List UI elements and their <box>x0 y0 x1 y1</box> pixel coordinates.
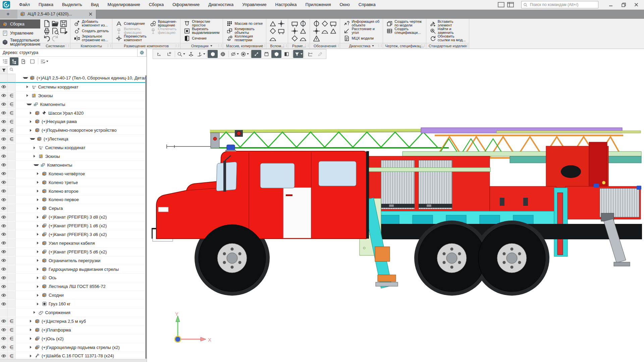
expand-icon[interactable] <box>34 146 37 149</box>
collapse-icon[interactable] <box>34 164 39 166</box>
tree-row[interactable]: ∈ Компоненты <box>0 100 147 109</box>
group-grip-icon[interactable]: ⋮⋮ <box>334 44 339 47</box>
expand-icon[interactable] <box>30 328 33 331</box>
visibility-eye-icon[interactable] <box>0 265 8 274</box>
viewport-wireframe-display-button[interactable] <box>218 50 228 58</box>
visibility-eye-icon[interactable] <box>0 83 8 92</box>
ribbon-button-open[interactable] <box>51 20 59 27</box>
expand-icon[interactable] <box>37 268 40 270</box>
viewport-shaded-display-button[interactable] <box>208 50 218 58</box>
ribbon-button-g1[interactable] <box>269 20 277 27</box>
group-grip-icon[interactable]: ⋮⋮ <box>420 44 426 47</box>
visibility-eye-icon[interactable] <box>0 248 8 256</box>
viewport-dimensions-display-button[interactable] <box>305 50 315 58</box>
expand-icon[interactable] <box>37 172 40 175</box>
group-grip-icon[interactable]: ⋮⋮ <box>174 44 180 47</box>
expand-icon[interactable] <box>30 129 33 132</box>
menu-Управление[interactable]: Управление <box>238 0 271 9</box>
ribbon-group-label[interactable]: Массив, копирование⋮⋮ <box>223 43 266 49</box>
tree-row[interactable]: ∈ (+)Несущая рама <box>0 117 147 126</box>
ribbon-button-preview[interactable] <box>51 27 59 35</box>
tree-relations-button[interactable] <box>19 57 28 65</box>
ribbon-group-label[interactable]: Стандартные изделия⋮⋮ <box>426 43 469 49</box>
menu-Выделить[interactable]: Выделить <box>58 0 87 9</box>
ribbon-button[interactable]: Вырезатьвыдавливанием <box>183 27 220 35</box>
ribbon-button-g4[interactable] <box>312 27 321 35</box>
visibility-eye-icon[interactable] <box>0 300 8 308</box>
viewport-view-axes-button[interactable] <box>196 50 206 58</box>
viewport-clipping-box-button[interactable] <box>261 50 271 58</box>
expand-icon[interactable] <box>37 216 40 219</box>
menu-Справка[interactable]: Справка <box>354 0 380 9</box>
close-tab-icon[interactable] <box>88 11 93 17</box>
viewport-local-csys-button[interactable] <box>164 50 174 58</box>
ribbon-button-g3[interactable] <box>321 20 329 27</box>
ribbon-button-g1[interactable] <box>329 27 337 35</box>
viewport-display-filter-button[interactable] <box>293 50 303 58</box>
menu-Вид[interactable]: Вид <box>87 0 103 9</box>
minimize-button[interactable] <box>606 1 616 9</box>
expand-icon[interactable] <box>37 303 40 305</box>
tree-row[interactable]: (+)АЦЛ 2,5-40-17 (Тел-0, Сборочных едини… <box>0 74 147 83</box>
ribbon-group-label[interactable]: Размещение компонентов⋮⋮ <box>112 43 180 49</box>
tree-row[interactable]: Узел перекатки кабеля <box>0 239 147 248</box>
ribbon-button[interactable]: Вращение-вращение <box>149 20 178 27</box>
tree-row[interactable]: Сходни <box>0 291 147 300</box>
tree-row[interactable]: ∈ (+)Ось (x2) <box>0 335 147 343</box>
group-grip-icon[interactable]: ⋮⋮ <box>304 44 309 47</box>
visibility-eye-icon[interactable] <box>0 213 8 222</box>
tree-row[interactable]: Лестница ЛШ ГОСТ 8556-72 <box>0 282 147 291</box>
tree-composition-button[interactable] <box>40 57 48 65</box>
ribbon-button-save[interactable] <box>59 20 68 27</box>
ribbon-button[interactable]: Информация обобъекте <box>342 20 380 27</box>
viewport[interactable]: Y X <box>147 49 644 362</box>
expand-icon[interactable] <box>37 242 40 244</box>
menu-Диагностика[interactable]: Диагностика <box>204 0 238 9</box>
ribbon-button[interactable]: Вставитьэлемент <box>429 20 467 27</box>
ribbon-group-label[interactable]: Разме...⋮⋮ <box>288 43 310 49</box>
menu-Окно[interactable]: Окно <box>335 0 354 9</box>
mode-Управление[interactable]: Управление <box>0 28 40 38</box>
tree-row[interactable]: Колено третье <box>0 178 147 187</box>
visibility-eye-icon[interactable] <box>0 143 8 152</box>
tree-row[interactable]: ∈ (+)Подъёмно-поворотное устройство <box>0 126 147 135</box>
expand-icon[interactable] <box>37 233 40 236</box>
ribbon-button-saveas[interactable] <box>59 27 68 35</box>
ribbon-button-g5[interactable] <box>321 27 329 35</box>
tree-row[interactable]: Груз 160 кг <box>0 300 147 308</box>
tree-mode-sequence-button[interactable] <box>1 57 9 65</box>
visibility-eye-icon[interactable] <box>0 317 8 326</box>
visibility-eye-icon[interactable] <box>0 326 8 335</box>
tree-settings-button[interactable] <box>137 49 146 57</box>
expand-icon[interactable] <box>26 94 30 97</box>
ribbon-button[interactable]: Добавитькомпонент из... <box>73 20 110 27</box>
ribbon-button-g3[interactable] <box>269 27 277 35</box>
expand-icon[interactable] <box>26 85 30 88</box>
tree-row[interactable]: Колено второе <box>0 187 147 196</box>
ribbon-button-g2[interactable] <box>299 20 307 27</box>
visibility-eye-icon[interactable] <box>0 152 8 161</box>
visibility-eye-icon[interactable] <box>0 187 8 196</box>
viewport-orientation-button[interactable] <box>186 50 196 58</box>
tree-row[interactable]: Сопряжения <box>0 308 147 317</box>
ribbon-group-label[interactable]: Операции⋮⋮ <box>180 43 223 49</box>
visibility-eye-icon[interactable] <box>0 335 8 343</box>
menu-Моделирование[interactable]: Моделирование <box>103 0 144 9</box>
expand-icon[interactable] <box>37 259 40 262</box>
ribbon-button[interactable]: Обновитьссылки на мод... <box>429 35 467 42</box>
expand-icon[interactable] <box>37 285 40 288</box>
model-fire-truck[interactable]: Y X <box>147 49 644 362</box>
tree-row[interactable]: Ограничитель перег­рузки <box>0 256 147 265</box>
ribbon-button[interactable]: Создать деталь <box>73 27 110 35</box>
visibility-eye-icon[interactable] <box>0 178 8 187</box>
close-window-button[interactable] <box>631 1 641 9</box>
visibility-eye-icon[interactable] <box>0 135 8 143</box>
ribbon-button[interactable]: МЦХ модели <box>342 35 380 42</box>
visibility-eye-icon[interactable] <box>0 170 8 178</box>
expand-icon[interactable] <box>37 250 40 253</box>
ribbon-button[interactable]: Коллекциягеометрии <box>225 35 264 42</box>
collapse-icon[interactable] <box>23 77 28 79</box>
visibility-eye-icon[interactable] <box>0 282 8 291</box>
collapse-icon[interactable] <box>30 138 35 140</box>
tree-row[interactable]: Эскизы <box>0 152 147 161</box>
